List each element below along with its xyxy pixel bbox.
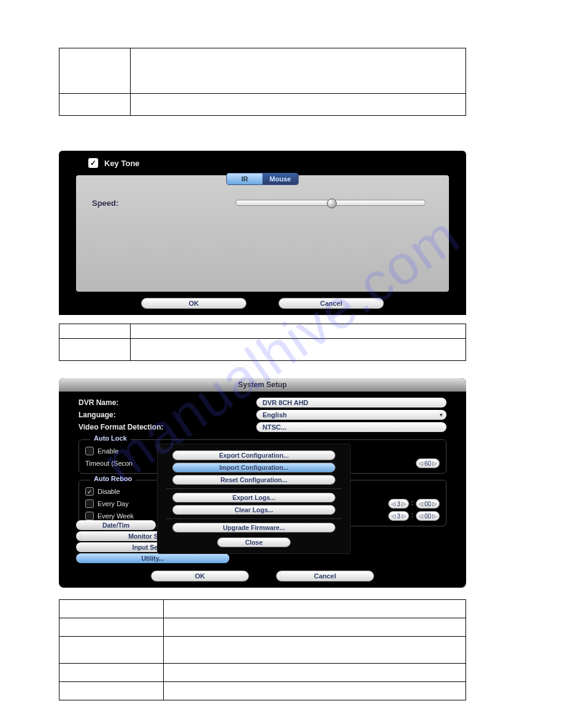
utility-popup: Export Configuration... Import Configura… [157, 444, 351, 554]
table-cell [59, 339, 131, 361]
table-mid [59, 324, 466, 361]
slider-knob[interactable] [327, 199, 337, 208]
upgrade-firmware-button[interactable]: Upgrade Firmware... [172, 523, 335, 533]
datetime-button[interactable]: Date/Tim [76, 520, 156, 530]
keytone-label: Key Tone [104, 159, 140, 168]
min-stepper[interactable]: ◁00▷ [416, 499, 440, 509]
table-cell [59, 48, 131, 94]
tab-ir[interactable]: IR [227, 173, 262, 184]
table-cell [59, 618, 164, 637]
table-cell [59, 600, 164, 618]
table-cell [163, 637, 465, 664]
screenshot-system-setup: System Setup DVR Name: DVR 8CH AHD Langu… [59, 378, 466, 588]
utility-button[interactable]: Utility... [76, 553, 229, 563]
enable-checkbox[interactable] [85, 447, 94, 455]
enable-label: Enable [98, 447, 118, 455]
speed-label: Speed: [92, 199, 118, 208]
cancel-button[interactable]: Cancel [276, 571, 374, 582]
ok-button[interactable]: OK [151, 571, 249, 582]
ok-button[interactable]: OK [141, 298, 247, 309]
divider [166, 488, 342, 489]
screenshot-keytone: ✓ Key Tone IR Mouse Speed: OK Cancel [59, 151, 466, 315]
table-cell [163, 664, 465, 682]
window-title: System Setup [59, 378, 466, 392]
dvr-name-label: DVR Name: [79, 398, 256, 407]
min-stepper-2[interactable]: ◁00▷ [416, 511, 440, 521]
dvr-name-input[interactable]: DVR 8CH AHD [256, 398, 446, 408]
autolock-title: Auto Lock [90, 434, 131, 442]
hour-stepper[interactable]: ◁3▷ [388, 499, 409, 509]
table-cell [59, 94, 131, 116]
reset-config-button[interactable]: Reset Configuration... [172, 475, 335, 485]
table-cell [59, 637, 164, 664]
table-cell [59, 324, 131, 339]
speed-slider[interactable] [236, 200, 426, 206]
table-cell [130, 339, 465, 361]
export-logs-button[interactable]: Export Logs... [172, 493, 335, 502]
import-config-button[interactable]: Import Configuration... [172, 463, 335, 472]
table-cell [163, 618, 465, 637]
hour-stepper-2[interactable]: ◁3▷ [388, 511, 409, 521]
table-cell [163, 600, 465, 618]
language-select[interactable]: English [256, 410, 446, 420]
timeout-stepper[interactable]: ◁60▷ [416, 458, 440, 468]
autoreboot-title: Auto Reboo [90, 475, 136, 482]
vfd-label: Video Format Detection: [79, 423, 256, 431]
everyday-checkbox[interactable] [85, 499, 94, 508]
table-cell [130, 324, 465, 339]
tab-row: IR Mouse [226, 173, 299, 185]
disable-checkbox[interactable] [85, 487, 94, 496]
table-cell [130, 94, 465, 116]
table-cell [130, 48, 465, 94]
cancel-button[interactable]: Cancel [278, 298, 384, 309]
table-top [59, 48, 466, 116]
language-label: Language: [79, 411, 256, 419]
disable-label: Disable [98, 488, 120, 495]
vfd-button[interactable]: NTSC... [256, 422, 446, 432]
tab-mouse[interactable]: Mouse [262, 173, 298, 184]
table-bottom [59, 599, 466, 700]
clear-logs-button[interactable]: Clear Logs... [172, 505, 335, 515]
keytone-checkbox[interactable]: ✓ [88, 158, 98, 168]
divider [166, 518, 342, 519]
table-cell [59, 682, 164, 700]
export-config-button[interactable]: Export Configuration... [172, 450, 335, 460]
everyday-label: Every Day [98, 500, 129, 507]
timeout-label: Timeout (Secon [85, 460, 132, 467]
table-cell [163, 682, 465, 700]
table-cell [59, 664, 164, 682]
close-button[interactable]: Close [217, 537, 291, 547]
